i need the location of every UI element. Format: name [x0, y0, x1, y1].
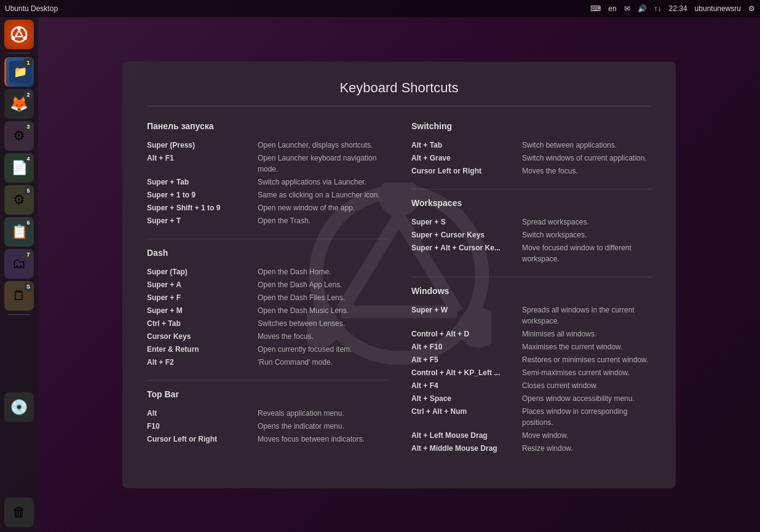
shortcut-desc: Open the Dash Music Lens. — [258, 305, 387, 316]
section-divider — [147, 380, 387, 381]
launcher-workspace-1[interactable]: 📁 — [4, 57, 34, 87]
svg-point-3 — [23, 36, 27, 40]
shortcut-key: Cursor Keys — [147, 331, 258, 342]
shortcut-row: Alt + Left Mouse Drag Move window. — [411, 430, 651, 441]
keyboard-lang[interactable]: en — [608, 4, 616, 13]
shortcut-row: Super + W Spreads all windows in the cur… — [411, 304, 651, 327]
shortcut-desc: Same as clicking on a Launcher icon. — [258, 189, 387, 200]
sound-icon[interactable]: 🔊 — [638, 4, 647, 13]
shortcut-desc: Open Launcher keyboard navigation mode. — [258, 153, 387, 175]
shortcut-desc: Spread workspaces. — [522, 216, 651, 228]
shortcut-desc: Move window. — [522, 430, 651, 441]
shortcut-key: Super (Press) — [147, 140, 258, 151]
section-windows-title: Windows — [411, 286, 651, 298]
shortcut-key: Super + Tab — [147, 177, 258, 188]
shortcut-row: Super + A Open the Dash App Lens. — [147, 279, 387, 290]
network-icon[interactable]: ↑↓ — [654, 4, 662, 13]
sections-grid: Панель запуска Super (Press) Open Launch… — [147, 121, 651, 466]
shortcut-key: Alt + F10 — [411, 341, 522, 352]
section-divider — [411, 189, 651, 189]
shortcut-row: Alt + Space Opens window accessibility m… — [411, 393, 651, 404]
keyboard-layout-icon[interactable]: ⌨ — [590, 4, 601, 13]
launcher-app4[interactable]: 📄 — [4, 153, 34, 183]
shortcut-desc: Switch workspaces. — [522, 229, 651, 240]
shortcut-key: Super + Alt + Cursor Ke... — [411, 242, 522, 264]
shortcut-key: Control + Alt + D — [411, 328, 522, 339]
launcher-firefox[interactable]: 🦊 — [4, 89, 34, 119]
launcher-disc[interactable]: 💿 — [4, 392, 34, 422]
launcher-app6[interactable]: 📋 — [4, 217, 34, 247]
shortcut-row: Cursor Left or Right Moves the focus. — [411, 165, 651, 177]
shortcut-row: Super + 1 to 9 Same as clicking on a Lau… — [147, 189, 387, 200]
launcher-app7[interactable]: 🗂 — [4, 249, 34, 279]
shortcut-row: Alt Reveals application menu. — [147, 408, 387, 419]
time-display: 22:34 — [669, 4, 687, 13]
shortcut-key: Super + Cursor Keys — [411, 229, 522, 240]
section-dash-title: Dash — [147, 248, 387, 260]
launcher-trash[interactable]: 🗑 — [4, 498, 34, 527]
shortcut-key: Ctrl + Alt + Num — [411, 406, 522, 428]
shortcut-key: Alt + F5 — [411, 354, 522, 365]
top-bar-right: ⌨ en ✉ 🔊 ↑↓ 22:34 ubuntunewsru ⚙ — [590, 4, 755, 13]
shortcut-desc: 'Run Command' mode. — [258, 357, 387, 368]
shortcut-key: Alt + Tab — [411, 140, 522, 151]
shortcut-row: Super + Shift + 1 to 9 Open new window o… — [147, 202, 387, 213]
shortcut-desc: Minimises all windows. — [522, 328, 651, 339]
shortcut-row: Ctrl + Tab Switches between Lenses. — [147, 318, 387, 329]
shortcut-row: Alt + F5 Restores or minimises current w… — [411, 354, 651, 365]
svg-line-4 — [15, 30, 19, 37]
launcher-separator-2 — [8, 314, 30, 315]
launcher-apps[interactable]: 🗒 — [4, 281, 34, 311]
shortcut-key: Super + 1 to 9 — [147, 189, 258, 200]
shortcut-key: Alt + Left Mouse Drag — [411, 430, 522, 441]
launcher-settings[interactable]: ⚙ — [4, 121, 34, 151]
launcher-separator-1 — [8, 53, 30, 54]
shortcut-desc: Open the Trash. — [258, 215, 387, 226]
svg-line-5 — [19, 30, 23, 37]
shortcut-desc: Opens window accessibility menu. — [522, 393, 651, 404]
launcher-ubuntu-logo[interactable] — [4, 20, 34, 49]
section-launcher-title: Панель запуска — [147, 121, 387, 133]
shortcut-key: Super + F — [147, 292, 258, 303]
shortcut-key: Super + M — [147, 305, 258, 316]
shortcut-key: Alt + F4 — [411, 380, 522, 391]
svg-point-2 — [12, 36, 15, 40]
shortcut-desc: Spreads all windows in the current works… — [522, 304, 651, 327]
shortcut-key: Super + T — [147, 215, 258, 226]
shortcut-desc: Open the Dash Home. — [258, 266, 387, 277]
shortcut-key: Super + W — [411, 304, 522, 327]
shortcut-desc: Switch windows of current application. — [522, 153, 651, 164]
shortcut-desc: Moves focus between indicators. — [258, 434, 387, 445]
shortcut-desc: Open the Dash Files Lens. — [258, 292, 387, 303]
user-display[interactable]: ubuntunewsru — [695, 4, 741, 13]
shortcut-row: Alt + F1 Open Launcher keyboard navigati… — [147, 153, 387, 175]
shortcut-row: Alt + F2 'Run Command' mode. — [147, 357, 387, 368]
shortcut-row: Super + M Open the Dash Music Lens. — [147, 305, 387, 316]
shortcut-row: Super + Alt + Cursor Ke... Move focused … — [411, 242, 651, 264]
shortcut-desc: Switch between applications. — [522, 140, 651, 151]
shortcut-desc: Semi-maximises current window. — [522, 367, 651, 378]
section-divider — [411, 277, 651, 277]
shortcut-desc: Places window in corresponding positions… — [522, 406, 651, 428]
shortcut-row: Super (Press) Open Launcher, displays sh… — [147, 140, 387, 151]
shortcut-row: Alt + Tab Switch between applications. — [411, 140, 651, 151]
launcher-app5[interactable]: ⚙ — [4, 185, 34, 215]
shortcut-key: F10 — [147, 421, 258, 432]
section-switching: Switching Alt + Tab Switch between appli… — [411, 121, 651, 177]
shortcut-row: Alt + Grave Switch windows of current ap… — [411, 153, 651, 164]
shortcut-desc: Restores or minimises current window. — [522, 354, 651, 365]
shortcut-desc: Open new window of the app. — [258, 202, 387, 213]
shortcut-key: Super (Tap) — [147, 266, 258, 277]
shortcut-row: Enter & Return Open currently focused it… — [147, 344, 387, 355]
shortcut-desc: Switches between Lenses. — [258, 318, 387, 329]
shortcut-row: Cursor Left or Right Moves focus between… — [147, 434, 387, 445]
shortcut-row: Alt + Middle Mouse Drag Resize window. — [411, 443, 651, 454]
mail-icon[interactable]: ✉ — [624, 4, 630, 13]
svg-point-1 — [17, 26, 21, 30]
settings-icon[interactable]: ⚙ — [748, 4, 755, 13]
shortcut-row: Control + Alt + D Minimises all windows. — [411, 328, 651, 339]
shortcut-desc: Open Launcher, displays shortcuts. — [258, 140, 387, 151]
section-launcher: Панель запуска Super (Press) Open Launch… — [147, 121, 387, 226]
shortcut-key: Alt + Middle Mouse Drag — [411, 443, 522, 454]
main-content: Keyboard Shortcuts Панель запуска Super … — [38, 17, 760, 532]
